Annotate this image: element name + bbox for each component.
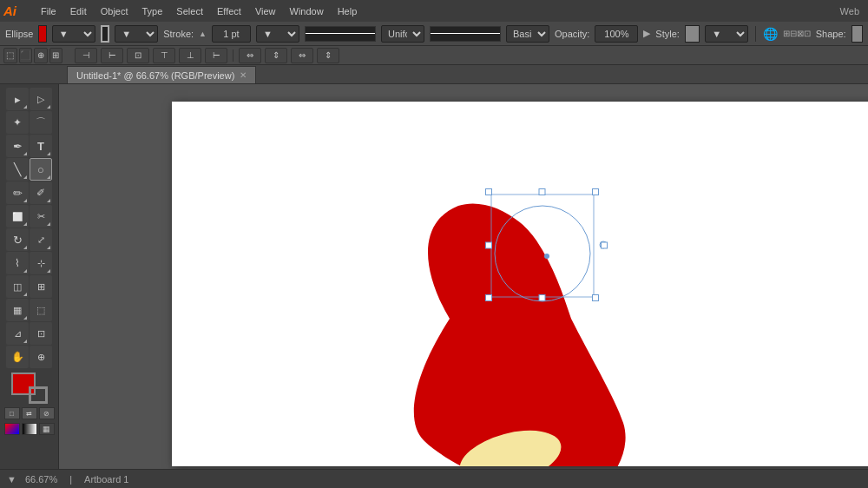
dist-h2-btn[interactable]: ⇔	[291, 48, 313, 63]
globe-icon[interactable]: 🌐	[763, 27, 778, 41]
free-transform-tool[interactable]: ⊹	[30, 252, 52, 274]
line-icon: ╲	[14, 162, 21, 176]
align-right-btn[interactable]: ⊡	[127, 48, 149, 63]
bar-chart-tool[interactable]: ▦	[6, 299, 29, 321]
gradient-tool[interactable]: ◫	[6, 275, 29, 298]
stroke-color-box[interactable]	[101, 25, 110, 43]
fill-color-box[interactable]	[38, 25, 46, 43]
mesh-tool[interactable]: ⊞	[30, 275, 52, 298]
opacity-input[interactable]	[595, 25, 638, 43]
scale-tool[interactable]: ⤢	[30, 228, 52, 251]
menu-edit[interactable]: Edit	[64, 4, 93, 18]
magic-wand-tool[interactable]: ✦	[6, 111, 29, 134]
stroke-swatch[interactable]	[29, 386, 48, 404]
handle-tl	[486, 189, 492, 195]
status-info: 66.67%	[25, 474, 57, 485]
warp-tool[interactable]: ⌇	[6, 252, 29, 274]
shape-type-label: Ellipse	[5, 29, 33, 39]
pencil-icon: ✐	[36, 187, 45, 199]
align-mid-btn[interactable]: ⊥	[179, 48, 201, 63]
menu-window[interactable]: Window	[284, 4, 330, 18]
artboard-tool[interactable]: ⬚	[30, 299, 52, 321]
hand-tool[interactable]: ✋	[6, 346, 29, 368]
shape-preview[interactable]	[852, 25, 863, 43]
artboard-label: Artboard 1	[84, 474, 128, 485]
menu-object[interactable]: Object	[95, 4, 135, 18]
eraser-subtool	[23, 222, 27, 226]
color-mode-icons: ▦	[4, 423, 55, 435]
handle-mr	[602, 242, 608, 248]
rotate-subtool	[23, 246, 27, 249]
stroke-value-input[interactable]: 1 pt	[212, 25, 251, 43]
default-colors-icon[interactable]: □	[4, 407, 20, 419]
eraser-tool[interactable]: ⬜	[6, 205, 29, 228]
stroke-up-icon[interactable]: ▲	[199, 30, 207, 38]
menu-type[interactable]: Type	[136, 4, 169, 18]
line-tool[interactable]: ╲	[6, 158, 29, 181]
tab-title: Untitled-1* @ 66.67% (RGB/Preview)	[76, 70, 234, 81]
view-icon: ⊡	[37, 328, 45, 340]
selection-tool[interactable]: ▸	[6, 88, 29, 110]
hand-icon: ✋	[11, 351, 24, 363]
color-icon[interactable]	[4, 423, 20, 435]
menu-effect[interactable]: Effect	[211, 4, 247, 18]
fill-dropdown[interactable]: ▼	[52, 25, 95, 43]
style-dropdown[interactable]: ▼	[705, 25, 748, 43]
pen-tool[interactable]: ✒	[6, 135, 29, 157]
canvas-area[interactable]	[59, 84, 868, 488]
stroke-style-preview	[430, 26, 501, 42]
view-tool[interactable]: ⊡	[30, 322, 52, 345]
menu-help[interactable]: Help	[332, 4, 364, 18]
menu-select[interactable]: Select	[170, 4, 209, 18]
transform-btn4[interactable]: ⊞	[49, 48, 63, 63]
stroke-dropdown[interactable]: ▼	[115, 25, 158, 43]
swap-colors-icon[interactable]: ⇄	[22, 407, 37, 419]
pattern-icon[interactable]: ▦	[39, 423, 55, 435]
basic-select[interactable]: Basic	[506, 25, 549, 43]
scissors-icon: ✂	[37, 211, 45, 222]
ellipse-tool[interactable]: ○	[30, 158, 52, 181]
opacity-label: Opacity:	[555, 29, 589, 39]
style-preview[interactable]	[685, 25, 700, 43]
align-left-btn[interactable]: ⊣	[75, 48, 97, 63]
shape-label2: Shape:	[816, 29, 846, 39]
handle-tm	[539, 189, 545, 195]
gradient-icon2[interactable]	[22, 423, 37, 435]
type-tool[interactable]: T	[30, 135, 52, 157]
pencil-tool[interactable]: ✐	[30, 181, 52, 204]
magic-lasso-row: ✦ ⌒	[6, 111, 52, 134]
zoom-tool[interactable]: ⊕	[30, 346, 52, 368]
uniform-select[interactable]: Uniform	[381, 25, 424, 43]
lasso-tool[interactable]: ⌒	[30, 111, 52, 134]
tab-close-btn[interactable]: ✕	[240, 70, 247, 80]
menu-view[interactable]: View	[249, 4, 282, 18]
stroke-dropdown2[interactable]: ▼	[256, 25, 299, 43]
mesh-icon: ⊞	[37, 281, 45, 293]
align-center-btn[interactable]: ⊢	[101, 48, 123, 63]
ft-subtool	[47, 269, 50, 273]
transform-btn3[interactable]: ⊕	[34, 48, 48, 63]
chart-subtool	[23, 316, 27, 320]
slice-tool[interactable]: ⊿	[6, 322, 29, 345]
document-tab[interactable]: Untitled-1* @ 66.67% (RGB/Preview) ✕	[67, 66, 256, 83]
opacity-arrow[interactable]: ▶	[643, 28, 650, 39]
gradient-icon: ◫	[13, 281, 22, 293]
direct-selection-tool[interactable]: ▷	[30, 88, 52, 110]
dist-v2-btn[interactable]: ⇕	[317, 48, 339, 63]
dist-h-btn[interactable]: ⇔	[239, 48, 261, 63]
align-bot-btn[interactable]: ⊢	[205, 48, 227, 63]
transform-btn2[interactable]: ⬛	[19, 48, 33, 63]
menu-file[interactable]: File	[35, 4, 62, 18]
paintbrush-tool[interactable]: ✏	[6, 181, 29, 204]
rotate-tool[interactable]: ↻	[6, 228, 29, 251]
warp-subtool	[23, 269, 27, 273]
subtool-indicator	[23, 105, 27, 109]
none-icon[interactable]: ⊘	[39, 407, 55, 419]
dist-v-btn[interactable]: ⇕	[265, 48, 287, 63]
transform-btn1[interactable]: ⬚	[3, 48, 17, 63]
handle-bl	[486, 295, 492, 301]
options-bar2: ⬚ ⬛ ⊕ ⊞ ⊣ ⊢ ⊡ ⊤ ⊥ ⊢ ⇔ ⇕ ⇔ ⇕	[0, 46, 868, 65]
ellipse-subtool	[47, 175, 50, 179]
scissors-tool[interactable]: ✂	[30, 205, 52, 228]
align-top-btn[interactable]: ⊤	[153, 48, 175, 63]
